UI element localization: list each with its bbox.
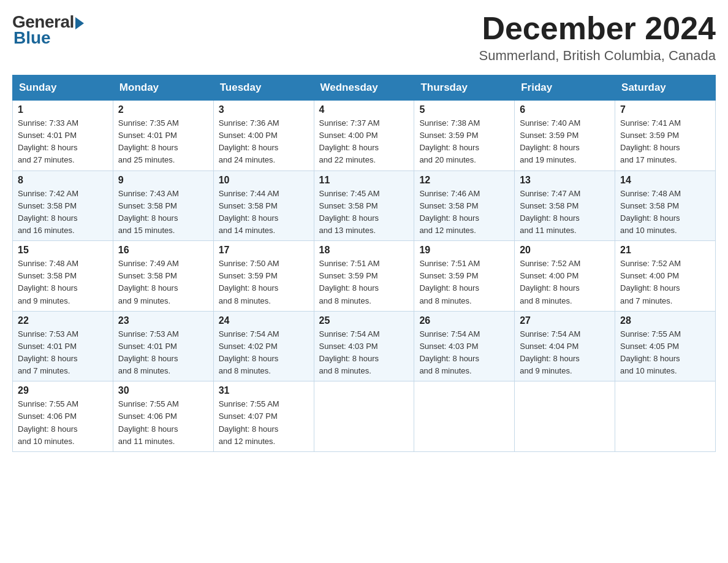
day-info: Sunrise: 7:43 AMSunset: 3:58 PMDaylight:… [118,188,208,237]
calendar-cell: 8Sunrise: 7:42 AMSunset: 3:58 PMDaylight… [13,170,113,241]
calendar-cell: 21Sunrise: 7:52 AMSunset: 4:00 PMDayligh… [615,241,716,312]
day-info: Sunrise: 7:46 AMSunset: 3:58 PMDaylight:… [419,188,509,237]
day-number: 15 [18,245,108,256]
day-number: 29 [18,385,108,396]
day-number: 9 [118,175,208,186]
day-number: 27 [520,315,610,326]
day-number: 17 [219,245,309,256]
day-number: 1 [18,104,108,115]
calendar-cell: 11Sunrise: 7:45 AMSunset: 3:58 PMDayligh… [314,170,414,241]
day-info: Sunrise: 7:54 AMSunset: 4:02 PMDaylight:… [219,328,309,378]
day-info: Sunrise: 7:52 AMSunset: 4:00 PMDaylight:… [620,258,710,307]
day-info: Sunrise: 7:33 AMSunset: 4:01 PMDaylight:… [18,117,108,167]
weekday-header-friday: Friday [515,75,615,101]
day-number: 24 [219,315,309,326]
day-info: Sunrise: 7:55 AMSunset: 4:05 PMDaylight:… [620,328,710,378]
day-info: Sunrise: 7:55 AMSunset: 4:07 PMDaylight:… [219,398,309,448]
day-number: 28 [620,315,710,326]
logo: General Blue [12,12,84,48]
title-area: December 2024 Summerland, British Columb… [479,12,716,64]
calendar-cell: 1Sunrise: 7:33 AMSunset: 4:01 PMDaylight… [13,101,113,171]
calendar-week-row: 15Sunrise: 7:48 AMSunset: 3:58 PMDayligh… [13,241,716,312]
calendar-week-row: 8Sunrise: 7:42 AMSunset: 3:58 PMDaylight… [13,170,716,241]
day-number: 10 [219,175,309,186]
day-info: Sunrise: 7:53 AMSunset: 4:01 PMDaylight:… [118,328,208,378]
calendar-cell: 2Sunrise: 7:35 AMSunset: 4:01 PMDaylight… [113,101,213,171]
weekday-header-thursday: Thursday [414,75,515,101]
page-header: General Blue December 2024 Summerland, B… [12,12,716,64]
day-info: Sunrise: 7:53 AMSunset: 4:01 PMDaylight:… [18,328,108,378]
day-number: 22 [18,315,108,326]
calendar-table: SundayMondayTuesdayWednesdayThursdayFrid… [12,75,716,452]
day-info: Sunrise: 7:51 AMSunset: 3:59 PMDaylight:… [419,258,509,307]
day-number: 25 [319,315,409,326]
calendar-cell: 9Sunrise: 7:43 AMSunset: 3:58 PMDaylight… [113,170,213,241]
day-info: Sunrise: 7:38 AMSunset: 3:59 PMDaylight:… [419,117,509,167]
day-info: Sunrise: 7:49 AMSunset: 3:58 PMDaylight:… [118,258,208,307]
calendar-cell [515,381,615,452]
calendar-cell: 26Sunrise: 7:54 AMSunset: 4:03 PMDayligh… [414,311,515,381]
day-info: Sunrise: 7:50 AMSunset: 3:59 PMDaylight:… [219,258,309,307]
day-number: 11 [319,175,409,186]
day-number: 12 [419,175,509,186]
day-info: Sunrise: 7:40 AMSunset: 3:59 PMDaylight:… [520,117,610,167]
day-number: 26 [419,315,509,326]
day-number: 3 [219,104,309,115]
calendar-cell: 25Sunrise: 7:54 AMSunset: 4:03 PMDayligh… [314,311,414,381]
day-number: 14 [620,175,710,186]
day-number: 16 [118,245,208,256]
day-info: Sunrise: 7:54 AMSunset: 4:03 PMDaylight:… [319,328,409,378]
day-info: Sunrise: 7:51 AMSunset: 3:59 PMDaylight:… [319,258,409,307]
calendar-cell [615,381,716,452]
day-number: 4 [319,104,409,115]
day-info: Sunrise: 7:55 AMSunset: 4:06 PMDaylight:… [18,398,108,448]
day-number: 20 [520,245,610,256]
calendar-cell: 16Sunrise: 7:49 AMSunset: 3:58 PMDayligh… [113,241,213,312]
weekday-header-row: SundayMondayTuesdayWednesdayThursdayFrid… [13,75,716,101]
day-number: 7 [620,104,710,115]
day-number: 5 [419,104,509,115]
calendar-cell: 29Sunrise: 7:55 AMSunset: 4:06 PMDayligh… [13,381,113,452]
day-info: Sunrise: 7:48 AMSunset: 3:58 PMDaylight:… [620,188,710,237]
calendar-cell [414,381,515,452]
calendar-cell: 3Sunrise: 7:36 AMSunset: 4:00 PMDaylight… [213,101,314,171]
calendar-cell: 12Sunrise: 7:46 AMSunset: 3:58 PMDayligh… [414,170,515,241]
day-number: 31 [219,385,309,396]
location-title: Summerland, British Columbia, Canada [479,48,716,64]
weekday-header-monday: Monday [113,75,213,101]
day-info: Sunrise: 7:41 AMSunset: 3:59 PMDaylight:… [620,117,710,167]
calendar-cell: 22Sunrise: 7:53 AMSunset: 4:01 PMDayligh… [13,311,113,381]
day-info: Sunrise: 7:47 AMSunset: 3:58 PMDaylight:… [520,188,610,237]
day-number: 30 [118,385,208,396]
calendar-cell: 15Sunrise: 7:48 AMSunset: 3:58 PMDayligh… [13,241,113,312]
calendar-cell [314,381,414,452]
calendar-cell: 31Sunrise: 7:55 AMSunset: 4:07 PMDayligh… [213,381,314,452]
calendar-cell: 17Sunrise: 7:50 AMSunset: 3:59 PMDayligh… [213,241,314,312]
calendar-cell: 14Sunrise: 7:48 AMSunset: 3:58 PMDayligh… [615,170,716,241]
calendar-cell: 7Sunrise: 7:41 AMSunset: 3:59 PMDaylight… [615,101,716,171]
calendar-cell: 30Sunrise: 7:55 AMSunset: 4:06 PMDayligh… [113,381,213,452]
day-number: 8 [18,175,108,186]
calendar-cell: 19Sunrise: 7:51 AMSunset: 3:59 PMDayligh… [414,241,515,312]
weekday-header-sunday: Sunday [13,75,113,101]
calendar-cell: 24Sunrise: 7:54 AMSunset: 4:02 PMDayligh… [213,311,314,381]
month-title: December 2024 [479,12,716,44]
calendar-cell: 28Sunrise: 7:55 AMSunset: 4:05 PMDayligh… [615,311,716,381]
calendar-cell: 10Sunrise: 7:44 AMSunset: 3:58 PMDayligh… [213,170,314,241]
day-number: 13 [520,175,610,186]
day-info: Sunrise: 7:37 AMSunset: 4:00 PMDaylight:… [319,117,409,167]
day-number: 2 [118,104,208,115]
day-info: Sunrise: 7:52 AMSunset: 4:00 PMDaylight:… [520,258,610,307]
calendar-cell: 23Sunrise: 7:53 AMSunset: 4:01 PMDayligh… [113,311,213,381]
day-info: Sunrise: 7:45 AMSunset: 3:58 PMDaylight:… [319,188,409,237]
calendar-week-row: 1Sunrise: 7:33 AMSunset: 4:01 PMDaylight… [13,101,716,171]
day-number: 18 [319,245,409,256]
day-info: Sunrise: 7:54 AMSunset: 4:03 PMDaylight:… [419,328,509,378]
day-number: 6 [520,104,610,115]
day-info: Sunrise: 7:55 AMSunset: 4:06 PMDaylight:… [118,398,208,448]
calendar-week-row: 22Sunrise: 7:53 AMSunset: 4:01 PMDayligh… [13,311,716,381]
calendar-cell: 5Sunrise: 7:38 AMSunset: 3:59 PMDaylight… [414,101,515,171]
day-number: 19 [419,245,509,256]
day-info: Sunrise: 7:42 AMSunset: 3:58 PMDaylight:… [18,188,108,237]
weekday-header-tuesday: Tuesday [213,75,314,101]
